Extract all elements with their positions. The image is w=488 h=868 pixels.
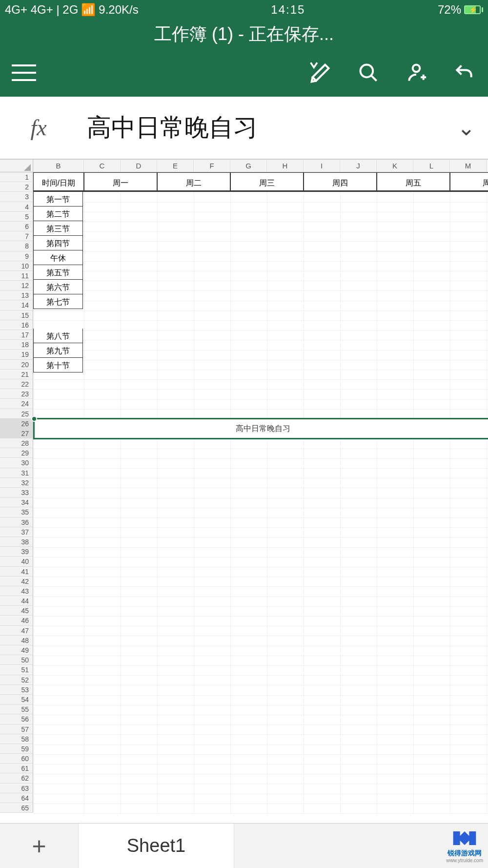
sheet-tab-active[interactable]: Sheet1 [78, 824, 234, 868]
row-header-21[interactable]: 21 [0, 370, 33, 379]
row-header-26[interactable]: 26 [0, 419, 33, 429]
period-label-4[interactable]: 午休 [33, 250, 83, 265]
row-header-51[interactable]: 51 [0, 665, 33, 675]
period-label-9[interactable]: 第八节 [33, 329, 83, 343]
period-label-10[interactable]: 第九节 [33, 343, 83, 358]
row-header-25[interactable]: 25 [0, 409, 33, 419]
selected-cell[interactable]: 高中日常晚自习 [33, 418, 488, 439]
row-header-23[interactable]: 23 [0, 389, 33, 399]
row-header-48[interactable]: 48 [0, 636, 33, 645]
row-header-15[interactable]: 15 [0, 310, 33, 320]
select-all-corner[interactable] [0, 160, 33, 172]
selection-handle-tl[interactable] [31, 416, 37, 422]
row-header-29[interactable]: 29 [0, 448, 33, 458]
period-label-5[interactable]: 第五节 [33, 265, 83, 280]
period-label-2[interactable]: 第三节 [33, 221, 83, 236]
row-header-65[interactable]: 65 [0, 803, 33, 813]
row-header-30[interactable]: 30 [0, 458, 33, 468]
day-header-3[interactable]: 周四 [304, 172, 377, 192]
formula-input[interactable]: 高中日常晚自习 [77, 97, 444, 159]
row-header-35[interactable]: 35 [0, 507, 33, 517]
row-header-43[interactable]: 43 [0, 586, 33, 596]
row-header-16[interactable]: 16 [0, 320, 33, 330]
edit-icon[interactable] [308, 61, 333, 85]
period-label-3[interactable]: 第四节 [33, 236, 83, 250]
row-header-47[interactable]: 47 [0, 626, 33, 636]
row-header-46[interactable]: 46 [0, 616, 33, 625]
row-header-24[interactable]: 24 [0, 399, 33, 409]
row-header-36[interactable]: 36 [0, 517, 33, 527]
col-header-K[interactable]: K [377, 160, 413, 172]
row-header-50[interactable]: 50 [0, 655, 33, 665]
col-header-G[interactable]: G [230, 160, 267, 172]
formula-expand[interactable]: ⌄ [444, 115, 488, 140]
row-header-41[interactable]: 41 [0, 567, 33, 577]
add-sheet-button[interactable]: + [0, 824, 78, 868]
row-header-6[interactable]: 6 [0, 222, 33, 231]
col-header-F[interactable]: F [194, 160, 230, 172]
row-header-39[interactable]: 39 [0, 547, 33, 557]
row-header-28[interactable]: 28 [0, 438, 33, 448]
row-header-60[interactable]: 60 [0, 754, 33, 764]
row-header-53[interactable]: 53 [0, 685, 33, 695]
period-label-0[interactable]: 第一节 [33, 192, 83, 207]
row-header-64[interactable]: 64 [0, 793, 33, 803]
row-header-58[interactable]: 58 [0, 734, 33, 744]
row-header-57[interactable]: 57 [0, 724, 33, 734]
col-header-I[interactable]: I [304, 160, 340, 172]
row-header-9[interactable]: 9 [0, 251, 33, 261]
row-header-63[interactable]: 63 [0, 784, 33, 793]
col-header-M[interactable]: M [450, 160, 487, 172]
col-header-E[interactable]: E [157, 160, 194, 172]
row-header-54[interactable]: 54 [0, 695, 33, 704]
row-header-37[interactable]: 37 [0, 527, 33, 537]
row-header-3[interactable]: 3 [0, 192, 33, 202]
row-header-10[interactable]: 10 [0, 261, 33, 271]
row-header-45[interactable]: 45 [0, 606, 33, 616]
row-header-13[interactable]: 13 [0, 290, 33, 300]
row-header-42[interactable]: 42 [0, 577, 33, 586]
col-header-C[interactable]: C [84, 160, 121, 172]
day-header-2[interactable]: 周三 [230, 172, 304, 192]
day-header-5[interactable]: 周 [450, 172, 488, 192]
search-icon[interactable] [356, 61, 381, 85]
col-header-J[interactable]: J [340, 160, 377, 172]
day-header-4[interactable]: 周五 [377, 172, 450, 192]
row-header-1[interactable]: 1 [0, 172, 33, 182]
col-header-H[interactable]: H [267, 160, 304, 172]
row-header-27[interactable]: 27 [0, 429, 33, 438]
row-header-62[interactable]: 62 [0, 773, 33, 783]
row-header-32[interactable]: 32 [0, 478, 33, 488]
period-label-11[interactable]: 第十节 [33, 358, 83, 372]
row-header-2[interactable]: 2 [0, 182, 33, 192]
row-header-11[interactable]: 11 [0, 271, 33, 281]
row-header-31[interactable]: 31 [0, 468, 33, 478]
row-header-4[interactable]: 4 [0, 202, 33, 212]
share-icon[interactable] [404, 61, 428, 85]
row-header-49[interactable]: 49 [0, 645, 33, 655]
period-label-7[interactable]: 第七节 [33, 294, 83, 309]
row-header-5[interactable]: 5 [0, 212, 33, 222]
row-header-20[interactable]: 20 [0, 360, 33, 370]
row-header-40[interactable]: 40 [0, 557, 33, 566]
row-header-52[interactable]: 52 [0, 675, 33, 685]
row-header-22[interactable]: 22 [0, 379, 33, 389]
row-header-38[interactable]: 38 [0, 537, 33, 547]
row-header-56[interactable]: 56 [0, 714, 33, 724]
day-header-0[interactable]: 周一 [84, 172, 157, 192]
period-label-1[interactable]: 第二节 [33, 207, 83, 221]
undo-icon[interactable] [452, 61, 476, 85]
table-corner[interactable]: 时间/日期 [33, 172, 84, 192]
row-header-18[interactable]: 18 [0, 340, 33, 350]
row-header-17[interactable]: 17 [0, 330, 33, 340]
day-header-1[interactable]: 周二 [157, 172, 230, 192]
row-header-59[interactable]: 59 [0, 744, 33, 754]
row-header-19[interactable]: 19 [0, 350, 33, 359]
row-header-44[interactable]: 44 [0, 596, 33, 606]
period-label-6[interactable]: 第六节 [33, 280, 83, 294]
row-header-33[interactable]: 33 [0, 488, 33, 497]
menu-button[interactable] [12, 64, 36, 81]
col-header-D[interactable]: D [121, 160, 157, 172]
row-header-55[interactable]: 55 [0, 704, 33, 714]
row-header-34[interactable]: 34 [0, 497, 33, 507]
